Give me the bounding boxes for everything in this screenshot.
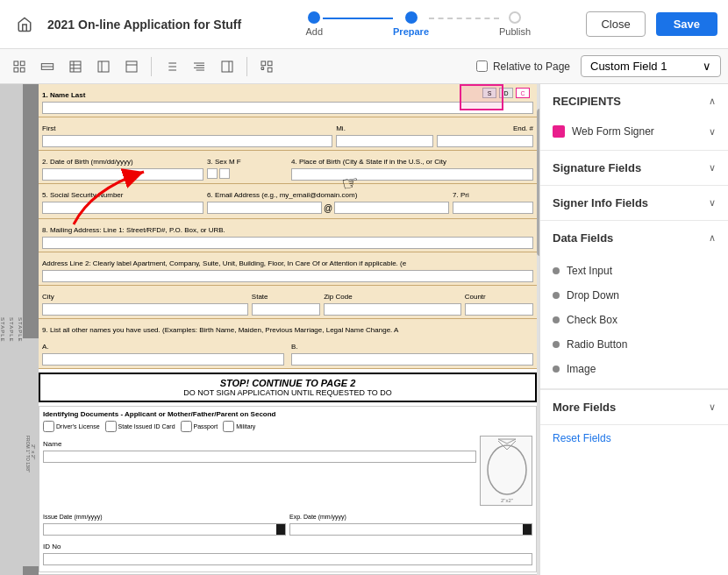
relative-to-page-checkbox[interactable] — [476, 60, 488, 72]
toolbar-icon-3[interactable] — [63, 54, 88, 79]
state-label: State — [252, 293, 268, 301]
sex-m[interactable] — [207, 168, 218, 179]
recipient-color-swatch — [553, 125, 565, 138]
svg-rect-26 — [261, 61, 266, 66]
state-id-checkbox[interactable] — [105, 421, 117, 432]
staple-mid: STAPLE — [9, 317, 14, 343]
email-domain-input[interactable] — [334, 202, 449, 214]
names-label: 9. List all other names you have used. (… — [42, 326, 398, 334]
recipient-item: Web Form Signer ∨ — [553, 122, 716, 141]
data-fields-title: Data Fields — [553, 231, 613, 245]
toolbar-icon-8[interactable] — [215, 54, 239, 79]
recipient-name: Web Form Signer — [572, 125, 702, 138]
scrollbar-track[interactable] — [537, 84, 539, 575]
dob-label: 2. Date of Birth (mm/dd/yyyy) — [42, 158, 133, 166]
name-b-input[interactable] — [291, 353, 533, 366]
svg-rect-10 — [98, 61, 109, 72]
end-input[interactable] — [437, 135, 533, 147]
drivers-license-checkbox[interactable] — [43, 421, 54, 432]
form-row-2: First Mi. End. # — [39, 117, 537, 151]
toolbar-icon-5[interactable] — [119, 54, 144, 79]
toolbar-icon-7[interactable] — [187, 54, 211, 79]
first-input[interactable] — [42, 135, 332, 147]
signer-info-section: Signer Info Fields ∨ — [540, 186, 728, 221]
id-docs-section: Identifying Documents - Applicant or Mot… — [39, 406, 537, 572]
recipient-chevron[interactable]: ∨ — [709, 126, 716, 138]
toolbar-icon-4[interactable] — [91, 54, 116, 79]
dob-input[interactable] — [42, 168, 203, 181]
addr2-input[interactable] — [42, 270, 533, 282]
email-input[interactable] — [207, 202, 322, 214]
exp-date-input[interactable] — [289, 523, 532, 536]
id-no-input[interactable] — [43, 553, 532, 565]
form-row-3: 2. Date of Birth (mm/dd/yyyy) 3. Sex M F — [39, 151, 537, 184]
passport-option[interactable]: Passport — [181, 421, 218, 432]
more-fields-header[interactable]: More Fields ∨ — [540, 389, 728, 424]
city-input[interactable] — [42, 303, 248, 316]
signer-info-header[interactable]: Signer Info Fields ∨ — [540, 186, 728, 220]
data-fields-chevron: ∧ — [709, 232, 716, 244]
custom-field-dropdown[interactable]: Custom Field 1 ∨ — [581, 55, 721, 77]
drivers-license-option[interactable]: Driver's License — [43, 421, 100, 432]
field-image[interactable]: Image — [540, 357, 728, 381]
sex-cell: 3. Sex M F — [207, 153, 288, 181]
mi-cell: Mi. — [336, 120, 432, 147]
stop-line2: DO NOT SIGN APPLICATION UNTIL REQUESTED … — [44, 388, 532, 397]
scrollbar-thumb[interactable] — [537, 109, 539, 256]
military-checkbox[interactable] — [223, 421, 234, 432]
stop-line1: STOP! CONTINUE TO PAGE 2 — [44, 378, 532, 388]
field-label-text-input: Text Input — [567, 265, 612, 277]
field-label-check-box: Check Box — [567, 314, 617, 326]
toolbar-icon-2[interactable] — [35, 54, 60, 79]
toolbar-icon-1[interactable] — [7, 54, 32, 79]
field-radio-button[interactable]: Radio Button — [540, 332, 728, 357]
state-input[interactable] — [252, 303, 320, 316]
sex-f[interactable] — [219, 168, 230, 179]
issue-date-input[interactable] — [43, 523, 286, 536]
mi-input[interactable] — [336, 135, 432, 147]
recipients-chevron: ∧ — [709, 96, 716, 107]
id-dates-row: Issue Date (mm/yyyy) Exp. Date (mm/yyyy) — [43, 508, 532, 536]
zip-input[interactable] — [324, 303, 461, 316]
form-row-1: 1. Name Last S D C — [39, 84, 537, 117]
field-text-input[interactable]: Text Input — [540, 259, 728, 283]
step-add-label: Add — [305, 26, 323, 37]
pob-cell: 4. Place of Birth (City & State if in th… — [291, 153, 533, 181]
country-input[interactable] — [465, 303, 533, 316]
home-button[interactable] — [11, 11, 39, 39]
close-button[interactable]: Close — [586, 11, 645, 37]
pob-input[interactable] — [291, 168, 533, 181]
first-name-cell: First — [42, 120, 332, 147]
name-a-input[interactable] — [42, 353, 284, 366]
step-prepare[interactable]: Prepare — [393, 11, 429, 37]
toolbar: Relative to Page Custom Field 1 ∨ — [0, 49, 728, 84]
section1-label: 1. Name Last — [42, 91, 85, 99]
pdf-scroll[interactable]: STAPLE STAPLE STAPLE 2" x 2" FROM 1" TO … — [0, 84, 539, 575]
ssn-input[interactable] — [42, 202, 203, 214]
state-id-option[interactable]: State Issued ID Card — [105, 421, 175, 432]
recipients-header[interactable]: RECIPIENTS ∧ — [540, 84, 728, 118]
pri-input[interactable] — [453, 202, 533, 214]
step-publish[interactable]: Publish — [499, 11, 531, 37]
zip-cell: Zip Code — [324, 288, 461, 316]
data-fields-header[interactable]: Data Fields ∧ — [540, 221, 728, 255]
step-add[interactable]: Add — [305, 11, 323, 37]
form-row-7: City State Zip Code Countr — [39, 286, 537, 319]
id-no-row: ID No — [43, 538, 532, 565]
toolbar-icon-9[interactable] — [254, 54, 279, 79]
field-drop-down[interactable]: Drop Down — [540, 283, 728, 308]
field-check-box[interactable]: Check Box — [540, 308, 728, 332]
reset-fields-link[interactable]: Reset Fields — [540, 425, 728, 451]
id-name-input[interactable] — [43, 451, 476, 463]
id-name-cell: Name — [43, 436, 476, 506]
side-label-1: 2" x 2" — [31, 444, 36, 459]
addr2-label: Address Line 2: Clearly label Apartment,… — [42, 259, 406, 267]
name-b-cell: B. — [291, 338, 533, 366]
save-button[interactable]: Save — [656, 12, 717, 36]
addr1-input[interactable] — [42, 237, 533, 249]
toolbar-icon-6[interactable] — [159, 54, 183, 79]
signature-fields-header[interactable]: Signature Fields ∨ — [540, 151, 728, 185]
passport-checkbox[interactable] — [181, 421, 192, 432]
field-dot-text-input — [553, 267, 560, 274]
military-option[interactable]: Military — [223, 421, 255, 432]
